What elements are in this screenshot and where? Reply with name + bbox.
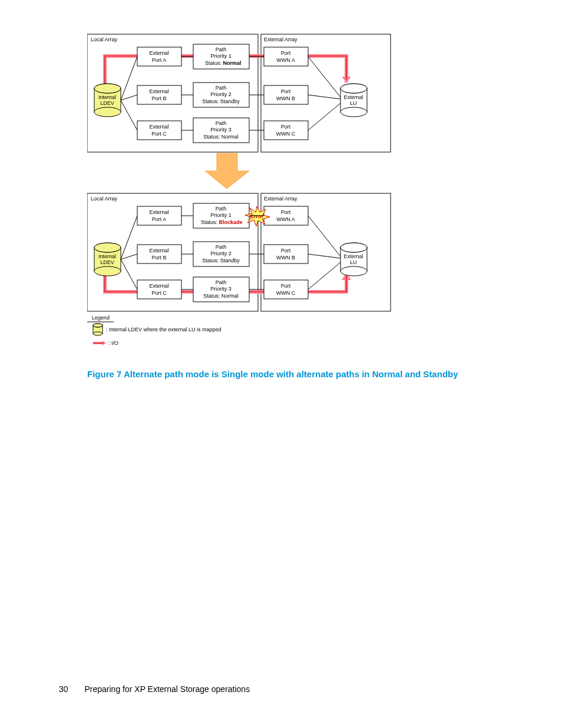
- svg-text:WWN A: WWN A: [276, 57, 295, 63]
- svg-text:Status: Normal: Status: Normal: [203, 293, 239, 299]
- top-external-lu: External LU: [340, 84, 367, 117]
- top-local-array-label: Local Array: [91, 37, 118, 42]
- svg-text:Priority 2: Priority 2: [210, 91, 232, 97]
- bot-external-lu: External LU: [340, 243, 367, 276]
- svg-text:Internal: Internal: [98, 94, 116, 100]
- svg-text:Port C: Port C: [151, 290, 167, 296]
- svg-text:External: External: [149, 209, 168, 215]
- bottom-panel: Local Array External Array Internal LDEV…: [87, 193, 391, 311]
- footer-text: Preparing for XP External Storage operat…: [84, 684, 250, 694]
- svg-text:Port: Port: [281, 209, 291, 215]
- svg-text:Status: Normal: Status: Normal: [205, 60, 242, 66]
- svg-text:External: External: [149, 283, 168, 289]
- top-panel: Local Array External Array Internal LDEV…: [87, 34, 391, 152]
- svg-text:WWN B: WWN B: [276, 95, 295, 101]
- svg-point-63: [94, 266, 121, 276]
- svg-text:External: External: [149, 248, 168, 253]
- svg-text:Port A: Port A: [152, 216, 167, 222]
- svg-text:Priority 1: Priority 1: [210, 53, 232, 59]
- svg-text:External: External: [343, 94, 363, 100]
- svg-text:Port: Port: [281, 124, 291, 130]
- svg-text:WWN C: WWN C: [276, 131, 296, 137]
- svg-point-6: [94, 84, 121, 93]
- svg-text:Port B: Port B: [151, 255, 166, 261]
- svg-text:External: External: [343, 253, 363, 259]
- diagram: Local Array External Array Internal LDEV…: [87, 29, 394, 360]
- svg-text:Port A: Port A: [152, 57, 167, 63]
- svg-text:External: External: [149, 50, 168, 56]
- svg-text:Priority 1: Priority 1: [210, 212, 232, 218]
- svg-text:LDEV: LDEV: [100, 100, 114, 106]
- svg-text:Port: Port: [281, 283, 291, 289]
- svg-text:Path: Path: [216, 279, 227, 285]
- svg-text:WWN A: WWN A: [276, 216, 295, 222]
- svg-text:Path: Path: [216, 47, 227, 52]
- svg-text:Path: Path: [216, 206, 227, 212]
- svg-text:External: External: [149, 88, 168, 94]
- svg-text:Path: Path: [216, 85, 227, 91]
- page: Local Array External Array Internal LDEV…: [0, 0, 562, 728]
- svg-marker-57: [205, 153, 249, 189]
- svg-text:Priority 3: Priority 3: [210, 286, 232, 292]
- page-number: 30: [59, 684, 68, 694]
- legend-item-2: : I/O: [108, 340, 118, 346]
- legend-title: Legend: [92, 315, 110, 321]
- svg-text:Path: Path: [216, 244, 227, 250]
- svg-text:Status: Standby: Status: Standby: [202, 258, 240, 263]
- svg-text:Status: Standby: Status: Standby: [202, 98, 240, 104]
- top-internal-ldev: Internal LDEV: [94, 84, 121, 117]
- svg-point-64: [94, 243, 121, 252]
- bot-external-array-label: External Array: [264, 196, 297, 202]
- svg-point-120: [93, 332, 103, 335]
- legend-item-1: : Internal LDEV where the external LU is…: [106, 327, 222, 332]
- svg-text:Port B: Port B: [151, 95, 166, 101]
- svg-text:Error: Error: [250, 213, 264, 219]
- svg-point-5: [94, 107, 121, 117]
- svg-text:WWN B: WWN B: [276, 255, 295, 261]
- legend-cylinder-icon: [93, 324, 103, 335]
- svg-point-121: [93, 324, 103, 327]
- svg-text:Path: Path: [216, 120, 227, 126]
- svg-text:WWN C: WWN C: [276, 290, 296, 296]
- svg-text:LU: LU: [350, 100, 357, 106]
- bot-internal-ldev: Internal LDEV: [94, 243, 121, 276]
- svg-point-12: [340, 84, 367, 93]
- page-footer: 30 Preparing for XP External Storage ope…: [59, 684, 250, 694]
- transition-arrow-icon: [205, 153, 249, 189]
- legend: Legend : Internal LDEV where the externa…: [87, 315, 222, 346]
- svg-point-70: [340, 243, 367, 252]
- svg-text:Port: Port: [281, 88, 291, 94]
- svg-text:Port: Port: [281, 248, 291, 253]
- svg-text:Internal: Internal: [98, 253, 116, 259]
- legend-arrow-icon: [93, 341, 106, 345]
- svg-text:Status: Blockade: Status: Blockade: [201, 219, 243, 225]
- svg-text:Priority 3: Priority 3: [210, 127, 232, 133]
- top-external-array-label: External Array: [264, 37, 297, 42]
- svg-text:External: External: [149, 124, 168, 130]
- svg-text:Port: Port: [281, 50, 291, 56]
- bot-local-array-label: Local Array: [91, 196, 118, 202]
- svg-text:Status: Normal: Status: Normal: [203, 134, 239, 140]
- figure-caption: Figure 7 Alternate path mode is Single m…: [87, 369, 458, 379]
- svg-text:LDEV: LDEV: [100, 259, 114, 265]
- svg-text:Priority 2: Priority 2: [210, 251, 232, 256]
- diagram-svg: Local Array External Array Internal LDEV…: [87, 29, 394, 360]
- svg-point-69: [340, 266, 367, 276]
- svg-point-11: [340, 107, 367, 117]
- svg-text:LU: LU: [350, 259, 357, 265]
- svg-text:Port C: Port C: [151, 131, 167, 137]
